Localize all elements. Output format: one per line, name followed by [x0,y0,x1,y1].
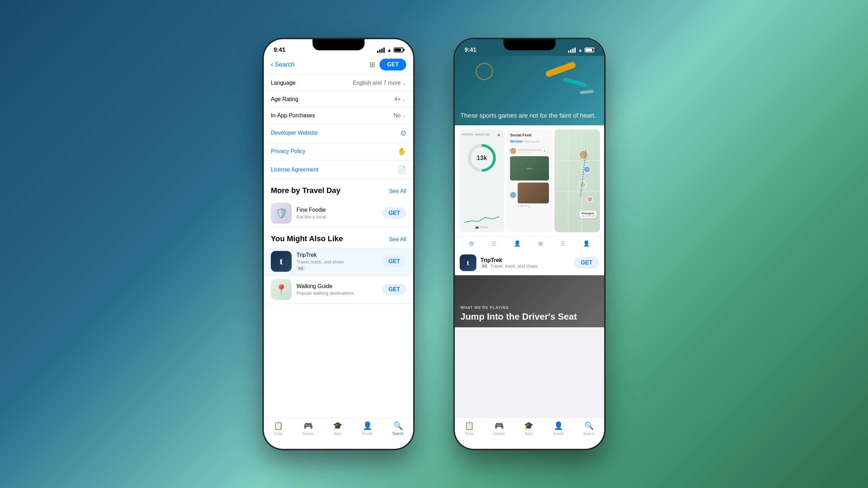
promo-app-icon: t [460,254,476,271]
screenshot-card: POINTS · ABOUT ME ⚙ 13k [455,125,604,275]
battery-icon-right [585,48,594,52]
triptrek-item: t TripTrek Travel, track, and share. Ad … [264,247,413,276]
right-arcade-icon: 👤 [554,421,563,430]
playing-title: Jump Into the Driver's Seat [460,312,599,322]
arcade-icon: 👤 [363,421,372,430]
filter-icon[interactable]: ⊞ [369,60,375,69]
screenshot-frame-2: Social Feed RECENT POPULAR [507,129,552,232]
more-section-header: More by Travel Day See All [264,179,413,199]
games-icon: 🎮 [303,421,313,430]
screenshot-frame-3: Shanghai 06/15-06/24 [554,129,600,232]
fine-foodie-name: Fine Foodie [297,207,377,213]
developer-website-link[interactable]: Developer Website ⊙ [264,124,413,142]
right-apps-icon: 🎓 [524,421,533,430]
left-phone: 9:41 ▲ ‹ Search ⊞ [264,39,413,449]
today-icon: 📋 [274,421,283,430]
fine-foodie-item: 🛡️ Fine Foodie Eat like a local. GET [264,199,413,227]
right-tab-today[interactable]: 📋 Today [465,421,474,436]
walking-guide-desc: Popular walking destinations. [297,291,377,296]
more-section-title: More by Travel Day [271,186,341,195]
battery-icon [394,48,403,52]
right-today-icon: 📋 [465,421,474,430]
today-label: Today [274,432,283,436]
screenshot-tab-3: 👤 [514,240,521,247]
app-promo: t TripTrek Ad Travel, track, and share. … [455,250,604,275]
tab-games[interactable]: 🎮 Games [302,421,314,436]
promo-ad-badge: Ad [481,264,488,268]
promo-name: TripTrek [481,257,570,263]
walking-guide-name: Walking Guide [297,283,377,289]
screenshot-tab-4: ⊙ [538,240,543,247]
right-today-label: Today [465,432,474,436]
right-tab-games[interactable]: 🎮 Games [493,421,504,436]
walking-guide-get-button[interactable]: GET [382,284,406,295]
age-rating-row[interactable]: Age Rating 4+ ⌄ [264,91,413,108]
promo-get-button[interactable]: GET [574,257,599,269]
document-icon: 📄 [398,166,406,174]
in-app-label: In-App Purchases [271,112,315,119]
wifi-icon: ▲ [387,47,392,53]
tab-apps[interactable]: 🎓 Apps [333,421,342,436]
apps-icon: 🎓 [333,421,342,430]
screenshot-tab-6: 👤 [583,240,590,247]
fine-foodie-get-button[interactable]: GET [382,207,406,219]
promo-ad-row: Ad Travel, track, and share. [481,263,570,269]
more-see-all[interactable]: See All [389,188,406,194]
triptrek-get-button[interactable]: GET [382,255,406,267]
tab-search[interactable]: 🔍 Search [392,421,403,436]
notch [312,39,365,50]
more-section: More by Travel Day See All 🛡️ Fine Foodi… [264,179,413,227]
developer-website-label: Developer Website [271,130,318,136]
nav-header: ‹ Search ⊞ GET [264,56,413,75]
also-like-header: You Might Also Like See All [264,227,413,247]
playing-card: WHAT WE'RE PLAYING Jump Into the Driver'… [455,275,604,327]
license-agreement-link[interactable]: License Agreement 📄 [264,161,413,179]
hero-description: These sports games are not for the faint… [460,112,596,120]
right-tab-search[interactable]: 🔍 Search [583,421,594,436]
status-icons-left: ▲ [377,47,403,53]
triptrek-icon: t [271,251,292,272]
tab-arcade[interactable]: 👤 Arcade [362,421,373,436]
screenshot-tab-5: ☰ [560,240,565,247]
back-button[interactable]: ‹ Search [271,60,294,69]
get-button-main[interactable]: GET [379,59,406,70]
fine-foodie-icon: 🛡️ [271,203,292,224]
notch-right [503,39,556,50]
hand-icon: ✋ [398,147,406,155]
right-phone: 9:41 ▲ [455,39,604,449]
also-like-title: You Might Also Like [271,234,343,243]
back-arrow-icon: ‹ [271,60,273,69]
sport-deco-1 [545,61,577,78]
age-rating-value: 4+ ⌄ [394,96,406,102]
right-search-label: Search [583,432,594,436]
info-section: Language English and 7 more ⌄ Age Rating… [264,75,413,124]
promo-info: TripTrek Ad Travel, track, and share. [481,257,570,269]
screenshot-tab-2: ☰ [491,240,496,247]
also-like-see-all[interactable]: See All [389,236,406,243]
right-tab-arcade[interactable]: 👤 Arcade [553,421,564,436]
chevron-icon: ⌄ [402,80,406,86]
fine-foodie-info: Fine Foodie Eat like a local. [297,207,377,219]
games-label: Games [302,432,314,436]
nav-icons: ⊞ GET [369,59,406,70]
right-arcade-label: Arcade [553,432,564,436]
privacy-policy-link[interactable]: Privacy Policy ✋ [264,142,413,161]
in-app-value: No ⌄ [394,112,406,119]
hero-card: These sports games are not for the faint… [455,56,604,125]
search-label: Search [392,432,403,436]
arcade-label: Arcade [362,432,373,436]
right-tab-apps[interactable]: 🎓 Apps [524,421,533,436]
compass-icon: ⊙ [400,129,406,137]
fine-foodie-desc: Eat like a local. [297,214,377,219]
triptrek-ad-badge: Ad [297,266,304,271]
in-app-purchases-row[interactable]: In-App Purchases No ⌄ [264,108,413,124]
signal-icon [377,48,385,53]
triptrek-info: TripTrek Travel, track, and share. Ad [297,252,377,271]
language-value: English and 7 more ⌄ [353,80,406,86]
language-row[interactable]: Language English and 7 more ⌄ [264,75,413,91]
time-right: 9:41 [465,47,476,53]
right-search-icon: 🔍 [584,421,594,430]
also-like-section: You Might Also Like See All t TripTrek T… [264,227,413,304]
walking-guide-icon: 📍 [271,279,292,300]
tab-today[interactable]: 📋 Today [274,421,283,436]
